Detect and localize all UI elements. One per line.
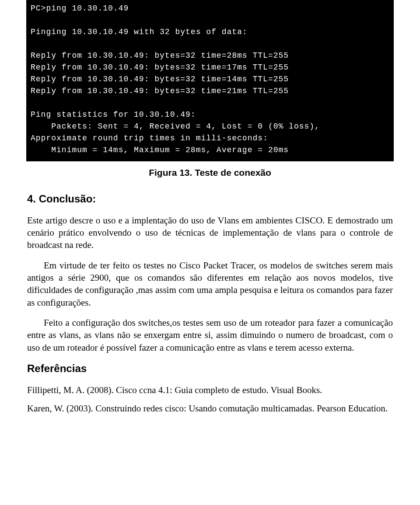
term-line: Ping statistics for 10.30.10.49: <box>31 110 196 119</box>
reference-entry: Fillipetti, M. A. (2008). Cisco ccna 4.1… <box>27 384 393 396</box>
term-line: Approximate round trip times in milli-se… <box>31 134 268 143</box>
reference-entry: Karen, W. (2003). Construindo redes cisc… <box>27 402 393 414</box>
terminal-output: PC>ping 10.30.10.49 Pinging 10.30.10.49 … <box>26 0 394 161</box>
term-line: Reply from 10.30.10.49: bytes=32 time=21… <box>31 87 289 95</box>
body-content: 4. Conclusão: Este artigo descre o uso e… <box>0 192 420 414</box>
paragraph: Este artigo descre o uso e a implentação… <box>27 214 393 251</box>
term-line: PC>ping 10.30.10.49 <box>31 4 129 13</box>
paragraph: Em virtude de ter feito os testes no Cis… <box>27 259 393 309</box>
section-heading-conclusion: 4. Conclusão: <box>27 192 393 206</box>
term-line: Reply from 10.30.10.49: bytes=32 time=17… <box>31 63 289 72</box>
term-line: Packets: Sent = 4, Received = 4, Lost = … <box>31 122 320 131</box>
paragraph: Feito a configuração dos switches,os tes… <box>27 317 393 354</box>
term-line: Minimum = 14ms, Maximum = 28ms, Average … <box>31 146 289 154</box>
term-line: Reply from 10.30.10.49: bytes=32 time=28… <box>31 51 289 60</box>
section-heading-references: Referências <box>27 362 393 376</box>
term-line: Reply from 10.30.10.49: bytes=32 time=14… <box>31 75 289 84</box>
term-line: Pinging 10.30.10.49 with 32 bytes of dat… <box>31 28 248 36</box>
figure-caption: Figura 13. Teste de conexão <box>0 167 420 179</box>
